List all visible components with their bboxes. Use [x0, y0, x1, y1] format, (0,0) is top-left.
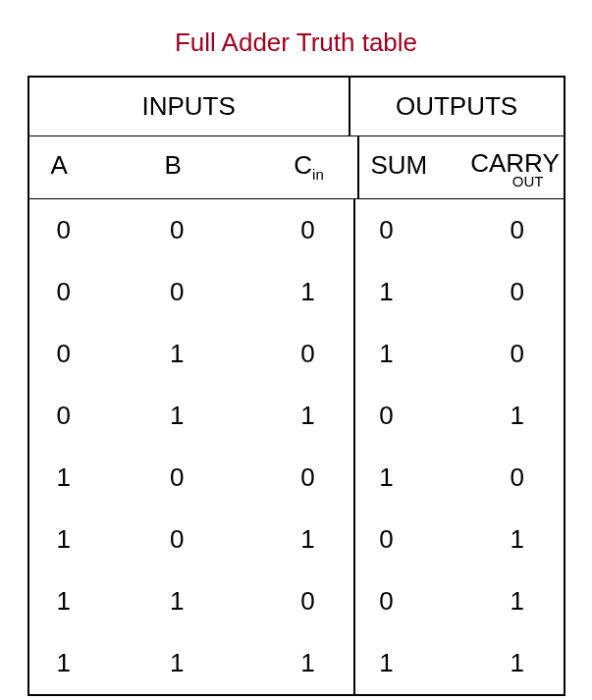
cell-cin: 0	[262, 447, 356, 509]
cell-carry: 1	[471, 632, 564, 694]
page-title: Full Adder Truth table	[24, 27, 568, 58]
table-row: 10101	[29, 509, 564, 570]
cell-a: 0	[29, 199, 149, 261]
table-body: 0000000110010100110110010101011100111111	[29, 199, 564, 694]
cell-sum: 1	[355, 323, 471, 385]
cell-carry: 1	[471, 385, 564, 447]
cell-b: 1	[148, 570, 262, 632]
col-header-b: B	[147, 136, 261, 198]
table-row: 11111	[29, 632, 564, 694]
cell-cin: 0	[262, 199, 356, 261]
cell-sum: 0	[355, 509, 471, 570]
truth-table: INPUTS OUTPUTS A B Cin SUM CARRY OUT 000…	[27, 76, 565, 696]
cell-sum: 1	[355, 447, 471, 509]
col-header-cin-sub: in	[312, 166, 324, 183]
cell-sum: 0	[355, 570, 471, 632]
cell-a: 1	[29, 509, 149, 570]
table-row: 01010	[29, 323, 564, 385]
cell-a: 1	[29, 447, 149, 509]
col-header-a: A	[29, 136, 147, 198]
cell-b: 1	[148, 385, 262, 447]
col-header-cin: Cin	[261, 136, 359, 198]
group-header-inputs: INPUTS	[29, 78, 350, 135]
cell-sum: 1	[355, 261, 471, 323]
cell-carry: 1	[471, 570, 564, 632]
cell-carry: 0	[471, 323, 564, 385]
cell-cin: 1	[262, 261, 356, 323]
cell-b: 1	[148, 323, 262, 385]
cell-a: 0	[29, 385, 149, 447]
column-header-row: A B Cin SUM CARRY OUT	[29, 136, 564, 199]
cell-cin: 0	[262, 570, 356, 632]
table-row: 00000	[29, 199, 564, 261]
group-header-outputs: OUTPUTS	[350, 78, 564, 135]
cell-b: 0	[148, 509, 262, 570]
cell-carry: 1	[471, 509, 564, 570]
cell-carry: 0	[471, 261, 564, 323]
col-header-sum: SUM	[359, 136, 467, 198]
cell-sum: 0	[355, 199, 471, 261]
cell-a: 1	[29, 632, 149, 694]
cell-cin: 1	[262, 509, 356, 570]
col-header-carry: CARRY OUT	[467, 136, 564, 198]
cell-a: 0	[29, 323, 149, 385]
cell-a: 0	[29, 261, 149, 323]
table-row: 01101	[29, 385, 564, 447]
col-header-cin-main: C	[294, 150, 312, 180]
cell-b: 0	[148, 447, 262, 509]
cell-cin: 1	[262, 632, 356, 694]
column-group-row: INPUTS OUTPUTS	[29, 78, 564, 136]
cell-b: 0	[148, 261, 262, 323]
table-row: 00110	[29, 261, 564, 323]
cell-cin: 1	[262, 385, 356, 447]
table-row: 11001	[29, 570, 564, 632]
cell-sum: 1	[355, 632, 471, 694]
cell-b: 0	[148, 199, 262, 261]
cell-carry: 0	[471, 447, 564, 509]
cell-carry: 0	[471, 199, 564, 261]
cell-cin: 0	[262, 323, 356, 385]
cell-a: 1	[29, 570, 149, 632]
cell-sum: 0	[355, 385, 471, 447]
table-row: 10010	[29, 447, 564, 509]
cell-b: 1	[148, 632, 262, 694]
